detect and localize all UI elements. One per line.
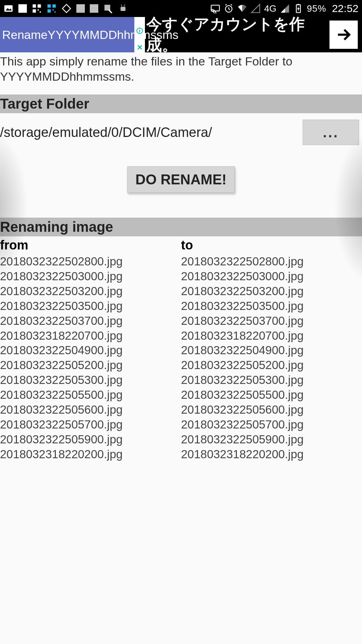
- notification-icon-1: [18, 4, 27, 13]
- svg-rect-11: [54, 11, 56, 13]
- file-list: 2018032322502800.jpg2018032322502800.jpg…: [0, 254, 362, 462]
- table-row: 2018032322502800.jpg2018032322502800.jpg: [0, 254, 362, 269]
- svg-rect-12: [62, 4, 70, 12]
- svg-point-16: [124, 6, 124, 6]
- file-to: 2018032322503200.jpg: [181, 284, 362, 299]
- file-to: 2018032322503700.jpg: [181, 314, 362, 328]
- arrow-right-icon: [335, 26, 352, 43]
- ad-arrow-button[interactable]: [329, 21, 358, 49]
- file-from: 2018032322504900.jpg: [0, 343, 181, 358]
- section-target-folder: Target Folder: [0, 94, 362, 113]
- clock: 22:52: [332, 2, 358, 15]
- svg-rect-5: [37, 9, 39, 11]
- notification-icon-2: [76, 4, 85, 13]
- file-from: 2018032322503500.jpg: [0, 299, 181, 314]
- svg-line-18: [124, 4, 125, 6]
- title-ad-row: RenameYYYYMMDDhhmmssms i ✕ 今すぐアカウントを作成。: [0, 17, 362, 52]
- target-folder-row: /storage/emulated/0/DCIM/Camera/ ...: [0, 113, 362, 159]
- network-label: 4G: [264, 3, 276, 14]
- file-from: 2018032318220200.jpg: [0, 447, 181, 462]
- table-row: 2018032322503700.jpg2018032322503700.jpg: [0, 314, 362, 328]
- cast-icon: [210, 4, 220, 13]
- table-row: 2018032318220200.jpg2018032318220200.jpg: [0, 447, 362, 462]
- svg-marker-23: [297, 6, 299, 12]
- table-row: 2018032322503200.jpg2018032322503200.jpg: [0, 284, 362, 299]
- file-to: 2018032322505700.jpg: [181, 417, 362, 432]
- file-from: 2018032322505900.jpg: [0, 432, 181, 447]
- svg-rect-14: [121, 7, 125, 11]
- ad-info-badge[interactable]: i ✕: [134, 17, 145, 52]
- file-to: 2018032322505500.jpg: [181, 387, 362, 402]
- edit-icon: [103, 4, 113, 13]
- file-from: 2018032322503200.jpg: [0, 284, 181, 299]
- file-to: 2018032318220700.jpg: [181, 328, 362, 343]
- rotate-icon: [62, 4, 71, 13]
- file-to: 2018032322505200.jpg: [181, 358, 362, 373]
- signal-empty-icon: [251, 4, 261, 13]
- file-from: 2018032322505500.jpg: [0, 387, 181, 402]
- svg-rect-7: [47, 4, 51, 7]
- target-path-input[interactable]: /storage/emulated/0/DCIM/Camera/: [0, 125, 299, 140]
- table-row: 2018032322505700.jpg2018032322505700.jpg: [0, 417, 362, 432]
- ad-info-icon: i: [136, 28, 143, 34]
- alarm-icon: [224, 4, 234, 13]
- svg-rect-6: [40, 11, 41, 13]
- file-from: 2018032318220700.jpg: [0, 328, 181, 343]
- file-to: 2018032322505900.jpg: [181, 432, 362, 447]
- file-from: 2018032322503700.jpg: [0, 314, 181, 328]
- svg-rect-9: [47, 9, 51, 12]
- file-to: 2018032322503000.jpg: [181, 269, 362, 284]
- svg-point-15: [121, 6, 122, 6]
- table-row: 2018032322505900.jpg2018032322505900.jpg: [0, 432, 362, 447]
- file-from: 2018032322502800.jpg: [0, 254, 181, 269]
- table-row: 2018032322505300.jpg2018032322505300.jpg: [0, 373, 362, 387]
- table-row: 2018032318220700.jpg2018032318220700.jpg: [0, 328, 362, 343]
- table-header: from to: [0, 236, 362, 254]
- table-row: 2018032322505600.jpg2018032322505600.jpg: [0, 402, 362, 417]
- svg-rect-4: [33, 9, 36, 12]
- table-row: 2018032322505200.jpg2018032322505200.jpg: [0, 358, 362, 373]
- qr-icon-2: [47, 4, 57, 13]
- svg-rect-8: [52, 4, 56, 7]
- file-from: 2018032322503000.jpg: [0, 269, 181, 284]
- rename-button-wrap: DO RENAME!: [0, 159, 362, 218]
- battery-charging-icon: [293, 4, 303, 13]
- svg-rect-10: [52, 9, 54, 11]
- file-to: 2018032322503500.jpg: [181, 299, 362, 314]
- notification-icon-3: [90, 4, 98, 13]
- qr-icon-1: [32, 4, 42, 13]
- app-description: This app simply rename the files in the …: [0, 52, 362, 94]
- file-from: 2018032322505300.jpg: [0, 373, 181, 387]
- svg-line-17: [121, 4, 122, 6]
- svg-rect-0: [4, 5, 12, 12]
- battery-percent: 95%: [307, 3, 326, 14]
- column-from-header: from: [0, 238, 181, 253]
- file-to: 2018032322504900.jpg: [181, 343, 362, 358]
- column-to-header: to: [181, 238, 362, 253]
- image-icon: [4, 4, 13, 13]
- ad-banner-text[interactable]: 今すぐアカウントを作成。: [145, 17, 327, 52]
- app-title: RenameYYYYMMDDhhmmssms: [0, 17, 134, 52]
- file-to: 2018032318220200.jpg: [181, 447, 362, 462]
- table-row: 2018032322503000.jpg2018032322503000.jpg: [0, 269, 362, 284]
- status-left-icons: [4, 4, 128, 13]
- file-from: 2018032322505600.jpg: [0, 402, 181, 417]
- file-from: 2018032322505200.jpg: [0, 358, 181, 373]
- table-row: 2018032322503500.jpg2018032322503500.jpg: [0, 299, 362, 314]
- svg-rect-22: [298, 4, 299, 5]
- wifi-icon: [237, 4, 247, 13]
- do-rename-button[interactable]: DO RENAME!: [127, 166, 235, 193]
- signal-icon: [280, 4, 290, 13]
- ad-close-icon[interactable]: ✕: [137, 44, 143, 51]
- table-row: 2018032322504900.jpg2018032322504900.jpg: [0, 343, 362, 358]
- svg-rect-19: [211, 5, 220, 11]
- table-row: 2018032322505500.jpg2018032322505500.jpg: [0, 387, 362, 402]
- section-renaming-image: Renaming image: [0, 218, 362, 236]
- browse-button[interactable]: ...: [303, 120, 359, 145]
- file-to: 2018032322502800.jpg: [181, 254, 362, 269]
- status-right-icons: 4G 95% 22:52: [210, 2, 358, 15]
- file-to: 2018032322505600.jpg: [181, 402, 362, 417]
- svg-rect-2: [33, 4, 36, 7]
- file-to: 2018032322505300.jpg: [181, 373, 362, 387]
- android-icon: [118, 4, 128, 13]
